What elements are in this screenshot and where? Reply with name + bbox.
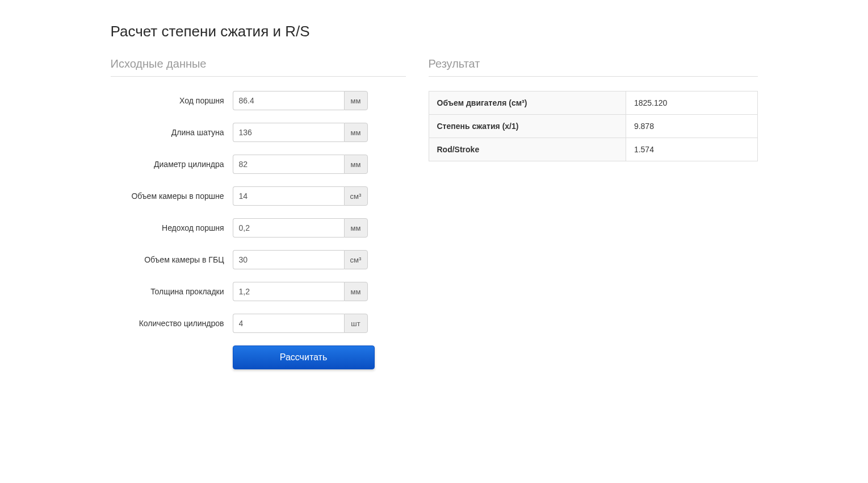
bore-unit: мм bbox=[344, 155, 368, 174]
gasket-input[interactable] bbox=[233, 282, 344, 301]
stroke-unit: мм bbox=[344, 91, 368, 110]
result-table: Объем двигателя (см³) 1825.120 Степень с… bbox=[429, 91, 758, 161]
piston-chamber-input[interactable] bbox=[233, 186, 344, 206]
piston-gap-input[interactable] bbox=[233, 218, 344, 238]
rod-length-unit: мм bbox=[344, 123, 368, 142]
table-row: Объем двигателя (см³) 1825.120 bbox=[429, 91, 757, 115]
cylinders-unit: шт bbox=[344, 314, 368, 333]
piston-chamber-label: Объем камеры в поршне bbox=[111, 186, 233, 202]
compression-label: Степень сжатия (x/1) bbox=[429, 115, 626, 138]
head-chamber-unit: см³ bbox=[344, 250, 368, 269]
cylinders-label: Количество цилиндров bbox=[111, 314, 233, 330]
stroke-input[interactable] bbox=[233, 91, 344, 110]
piston-gap-unit: мм bbox=[344, 218, 368, 238]
piston-chamber-unit: см³ bbox=[344, 186, 368, 206]
input-section-heading: Исходные данные bbox=[111, 57, 406, 77]
rod-stroke-label: Rod/Stroke bbox=[429, 138, 626, 161]
gasket-unit: мм bbox=[344, 282, 368, 301]
rod-stroke-value: 1.574 bbox=[626, 138, 757, 161]
table-row: Rod/Stroke 1.574 bbox=[429, 138, 757, 161]
calculate-button[interactable]: Рассчитать bbox=[233, 345, 375, 369]
head-chamber-input[interactable] bbox=[233, 250, 344, 269]
table-row: Степень сжатия (x/1) 9.878 bbox=[429, 115, 757, 138]
result-section-heading: Результат bbox=[429, 57, 758, 77]
displacement-value: 1825.120 bbox=[626, 91, 757, 115]
displacement-label: Объем двигателя (см³) bbox=[429, 91, 626, 115]
rod-length-input[interactable] bbox=[233, 123, 344, 142]
bore-input[interactable] bbox=[233, 155, 344, 174]
compression-value: 9.878 bbox=[626, 115, 757, 138]
piston-gap-label: Недоход поршня bbox=[111, 218, 233, 234]
gasket-label: Толщина прокладки bbox=[111, 282, 233, 298]
head-chamber-label: Объем камеры в ГБЦ bbox=[111, 250, 233, 266]
bore-label: Диаметр цилиндра bbox=[111, 155, 233, 170]
stroke-label: Ход поршня bbox=[111, 91, 233, 107]
page-title: Расчет степени сжатия и R/S bbox=[111, 23, 758, 40]
rod-length-label: Длина шатуна bbox=[111, 123, 233, 139]
cylinders-input[interactable] bbox=[233, 314, 344, 333]
